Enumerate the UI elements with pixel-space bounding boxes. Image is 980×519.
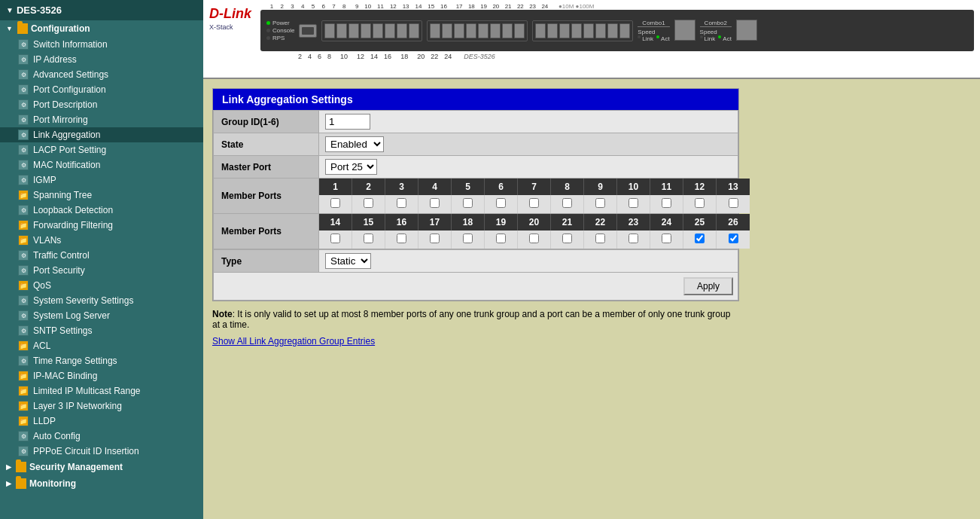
show-all-link[interactable]: Show All Link Aggregation Group Entries [212,336,971,347]
port-3-checkbox[interactable] [397,198,406,208]
sidebar-item-sntp-settings[interactable]: ⚙ SNTP Settings [0,323,203,338]
sidebar-item-pppoe-circuit-id-insertion[interactable]: ⚙ PPPoE Circuit ID Insertion [0,444,203,459]
sidebar-item-switch-information[interactable]: ⚙ Switch Information [0,37,203,52]
port-check-cell-22 [584,230,617,249]
port-18-checkbox[interactable] [463,234,473,243]
apply-button[interactable]: Apply [683,277,733,295]
sidebar-item-label: Forwarding Filtering [33,220,113,230]
sidebar-item-lacp-port-setting[interactable]: ⚙ LACP Port Setting [0,142,203,157]
sidebar-item-igmp[interactable]: ⚙ IGMP [0,172,203,188]
sidebar-item-lldp[interactable]: 📁 LLDP [0,414,203,429]
type-label: Type [214,250,319,273]
port-7-checkbox[interactable] [529,198,539,208]
sidebar-item-auto-config[interactable]: ⚙ Auto Config [0,429,203,444]
item-icon: ⚙ [18,205,29,215]
port-10-checkbox[interactable] [628,198,638,208]
panel-title: Link Aggregation Settings [213,89,738,110]
sidebar-item-advanced-settings[interactable]: ⚙ Advanced Settings [0,67,203,82]
port-num-14: 14 [319,214,352,230]
port-14-checkbox[interactable] [330,234,340,243]
sidebar-item-system-severity-settings[interactable]: ⚙ System Severity Settings [0,293,203,308]
sidebar-item-loopback-detection[interactable]: ⚙ Loopback Detection [0,203,203,218]
device-name: DES-3526 [17,5,62,16]
state-select[interactable]: Enabled Disabled [325,136,384,152]
sidebar-item-limited-ip-multicast-range[interactable]: 📁 Limited IP Multicast Range [0,383,203,398]
port-num-4: 4 [418,179,452,195]
sidebar-item-mac-notification[interactable]: ⚙ MAC Notification [0,157,203,172]
sidebar-item-ip-address[interactable]: ⚙ IP Address [0,52,203,67]
sidebar-item-vlans[interactable]: 📁 VLANs [0,233,203,248]
port-12-checkbox[interactable] [695,198,705,208]
port-4-checkbox[interactable] [430,198,440,208]
sidebar-group-security-management[interactable]: ▶ Security Management [0,459,203,475]
sidebar-item-label: QoS [33,280,51,291]
state-row: State Enabled Disabled [214,133,738,156]
port-24-checkbox[interactable] [662,234,671,243]
sidebar-item-ip-mac-binding[interactable]: 📁 IP-MAC Binding [0,368,203,383]
port-26-checkbox[interactable] [729,234,738,243]
sidebar-item-acl[interactable]: 📁 ACL [0,338,203,353]
port-check-cell-26 [717,230,750,249]
port-17-checkbox[interactable] [430,234,440,243]
sidebar-item-link-aggregation[interactable]: ⚙ Link Aggregation [0,127,203,142]
port-25-checkbox[interactable] [695,234,705,243]
group-id-input[interactable] [325,114,370,130]
port-19-checkbox[interactable] [496,234,506,243]
item-icon: ⚙ [18,99,29,110]
sidebar-item-qos[interactable]: 📁 QoS [0,278,203,293]
port-5-checkbox[interactable] [463,198,473,208]
port-21-checkbox[interactable] [562,234,572,243]
led-section: Power Console RPS [266,20,294,41]
item-icon: ⚙ [18,84,29,95]
item-icon: 📁 [18,401,29,411]
port-11-checkbox[interactable] [662,198,671,208]
rps-led [266,36,270,40]
item-icon: ⚙ [18,69,29,80]
port-15-checkbox[interactable] [364,234,373,243]
console-led [266,29,270,32]
port-num-6: 6 [485,179,518,195]
sidebar-item-port-security[interactable]: ⚙ Port Security [0,263,203,278]
sidebar-group-label: Security Management [29,462,123,472]
sidebar-item-forwarding-filtering[interactable]: 📁 Forwarding Filtering [0,218,203,233]
port-check-cell-21 [551,230,584,249]
item-icon: 📁 [18,371,29,381]
sidebar-group-configuration[interactable]: ▼ Configuration [0,20,203,37]
port-8-checkbox[interactable] [562,198,572,208]
port-2-checkbox[interactable] [364,198,373,208]
item-icon: 📁 [18,386,29,396]
sidebar-item-label: LLDP [33,416,56,426]
port-9-checkbox[interactable] [595,198,605,208]
sidebar-item-layer3-ip-networking[interactable]: 📁 Layer 3 IP Networking [0,398,203,414]
sidebar-item-port-configuration[interactable]: ⚙ Port Configuration [0,82,203,97]
sidebar-item-traffic-control[interactable]: ⚙ Traffic Control [0,248,203,263]
port-16-checkbox[interactable] [397,234,406,243]
port-check-cell-3 [385,195,418,213]
sidebar-item-system-log-server[interactable]: ⚙ System Log Server [0,308,203,323]
power-led [266,21,270,25]
port-6-checkbox[interactable] [496,198,506,208]
sidebar-item-port-description[interactable]: ⚙ Port Description [0,97,203,112]
sidebar-item-label: IP-MAC Binding [33,371,97,381]
port-check-cell-24 [650,230,683,249]
port-13-checkbox[interactable] [729,198,738,208]
sidebar: ▼ DES-3526 ▼ Configuration ⚙ Switch Info… [0,0,203,519]
port-23-checkbox[interactable] [628,234,638,243]
sidebar-group-monitoring[interactable]: ▶ Monitoring [0,475,203,492]
master-port-select[interactable]: Port 25 Port 1 Port 2 [325,159,377,175]
port-check-cell-11 [650,195,683,213]
sidebar-item-spanning-tree[interactable]: 📁 Spanning Tree [0,188,203,203]
sidebar-item-port-mirroring[interactable]: ⚙ Port Mirroring [0,112,203,127]
port-numbers-row-1: 1 2 3 4 5 6 7 8 9 10 11 12 13 [319,179,750,195]
item-icon: 📁 [18,416,29,426]
port-22-checkbox[interactable] [595,234,605,243]
item-icon: ⚙ [18,130,29,140]
type-select[interactable]: Static LACP [325,253,371,269]
item-icon: ⚙ [18,39,29,50]
port-1-checkbox[interactable] [330,198,340,208]
port-check-cell-12 [683,195,717,213]
sidebar-item-time-range-settings[interactable]: ⚙ Time Range Settings [0,353,203,368]
sidebar-item-label: IGMP [33,175,56,185]
port-20-checkbox[interactable] [529,234,539,243]
device-title: ▼ DES-3526 [0,0,203,20]
